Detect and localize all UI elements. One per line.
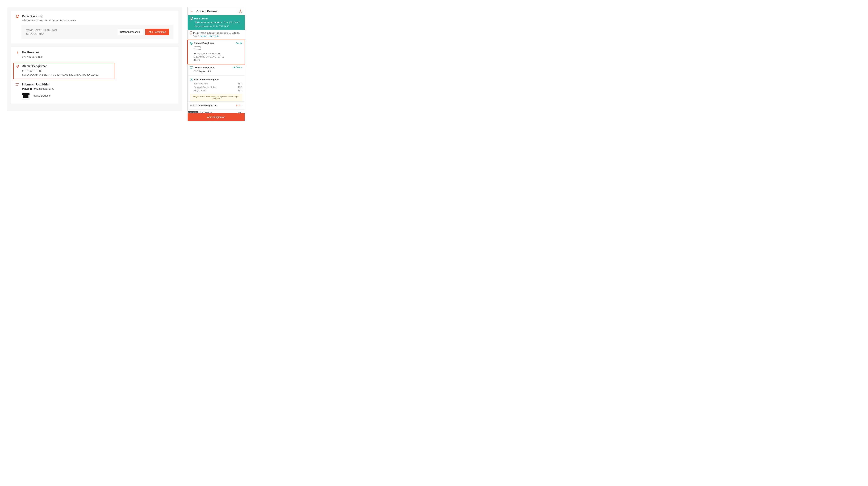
- shipping-address-highlight: Alamat Pengiriman s******d, ******55 KOT…: [13, 63, 115, 79]
- mobile-payment-info: $ Informasi Pembayaran Total PesananRp0S…: [188, 77, 245, 101]
- copy-address-button[interactable]: SALIN: [236, 42, 242, 44]
- payment-row: Biaya AdminRp0: [190, 89, 242, 92]
- shipping-fee-warning: Ongkir belum dikonfirmasi oleh jasa kiri…: [190, 94, 242, 101]
- payment-row-value: Rp0: [238, 86, 242, 88]
- mobile-shipping-status: Status Pengiriman LACAK > JNE Reguler LP…: [188, 64, 245, 75]
- shipping-address-recipient: s******d, ******55: [22, 69, 112, 73]
- mobile-address-highlight: Alamat Pengiriman SALIN s******d ******5…: [187, 40, 245, 64]
- package-label: Paket 1:: [22, 87, 32, 90]
- total-products-label: Total 1 products: [32, 94, 51, 98]
- mobile-arrange-shipment-button[interactable]: Atur Pengiriman: [188, 113, 245, 121]
- addr-line-phone: ******55: [194, 49, 242, 52]
- clipboard-icon: [190, 17, 193, 20]
- product-thumbnail: [22, 92, 30, 99]
- mobile-page-title: Rincian Pesanan: [196, 9, 237, 13]
- payment-row-value: Rp0: [238, 83, 242, 85]
- back-icon[interactable]: ←: [190, 9, 193, 13]
- courier-info-title: Informasi Jasa Kirim: [22, 83, 174, 86]
- truck-icon: [16, 83, 19, 86]
- shipping-courier-name: JNE Reguler LPS: [194, 70, 242, 73]
- addr-line-name: s******d: [194, 45, 242, 49]
- order-number-value: 220726F4P6J839: [22, 55, 174, 59]
- package-courier-name: JNE Reguler LPS: [33, 87, 54, 90]
- addr-line-region: CILANDAK, DKI JAKARTA, ID,: [194, 55, 242, 59]
- help-icon[interactable]: ?: [239, 9, 242, 13]
- next-action-box: YANG DAPAT DILAKUKAN SELANJUTNYA Batalka…: [22, 25, 174, 39]
- clipboard-icon: [16, 15, 19, 18]
- mobile-status-title: Perlu Dikirim: [194, 18, 208, 20]
- pin-icon: [16, 64, 20, 68]
- addr-line-city: KOTA JAKARTA SELATAN,: [194, 52, 242, 55]
- status-title: Perlu Dikirim: [22, 15, 39, 18]
- income-label: Lihat Rincian Penghasilan: [190, 104, 217, 107]
- react-native-badge: React Native: [188, 111, 198, 113]
- mobile-header: ← Rincian Pesanan ?: [188, 7, 245, 15]
- payment-row-label: Biaya Admin: [194, 89, 206, 92]
- shipping-address-full: KOTA JAKARTA SELATAN, CILANDAK, DKI JAKA…: [22, 73, 112, 77]
- help-icon[interactable]: ?: [40, 15, 43, 18]
- income-details-row[interactable]: Lihat Rincian Penghasilan Rp0 ›: [188, 101, 245, 110]
- payment-row: Total PesananRp0: [190, 82, 242, 86]
- truck-icon: [190, 66, 193, 68]
- learn-more-link[interactable]: Pelajari Lebih Lanjut: [200, 35, 219, 37]
- order-details-card: # No. Pesanan 220726F4P6J839 Alamat Peng…: [10, 47, 179, 104]
- tshirt-icon: [23, 93, 28, 98]
- mobile-status-banner: Perlu Dikirim Silakan atur pickup sebelu…: [188, 15, 245, 30]
- track-button[interactable]: LACAK >: [232, 66, 242, 69]
- income-value: Rp0: [236, 104, 241, 107]
- next-action-label: YANG DAPAT DILAKUKAN SELANJUTNYA: [26, 28, 57, 36]
- payment-row-label: Subtotal Ongkos Kirim: [194, 86, 215, 88]
- cancel-order-button[interactable]: Batalkan Pesanan: [117, 29, 143, 35]
- hash-icon: #: [17, 51, 19, 54]
- addr-line-postcode: 12410: [194, 59, 242, 62]
- mobile-address-title: Alamat Pengiriman: [194, 42, 235, 44]
- dollar-icon: $: [190, 78, 193, 81]
- payment-row-label: Total Pesanan: [194, 83, 208, 85]
- payment-row-value: Rp0: [238, 89, 242, 92]
- status-subtitle: Silakan atur pickup sebelum 27 Jul 2022 …: [22, 19, 174, 22]
- mobile-status-line1: Silakan atur pickup sebelum 27 Jul 2022 …: [195, 21, 242, 24]
- payment-row: Subtotal Ongkos KirimRp0: [190, 86, 242, 89]
- shipping-status-title: Status Pengiriman: [195, 66, 231, 69]
- order-number-title: No. Pesanan: [22, 51, 174, 54]
- chevron-right-icon: ›: [242, 104, 242, 107]
- shield-icon: [190, 32, 192, 34]
- product-row: Total 1 products: [22, 92, 174, 99]
- arrange-shipment-button[interactable]: Atur Pengiriman: [145, 29, 169, 35]
- mobile-status-line2: Waktu pembayaran: 26 Jul 2022 14:47: [195, 25, 242, 28]
- status-card: Perlu Dikirim ? Silakan atur pickup sebe…: [10, 10, 179, 43]
- mobile-order-panel: ← Rincian Pesanan ? Perlu Dikirim Silaka…: [187, 7, 245, 121]
- pin-icon: [190, 41, 193, 45]
- desktop-order-panel: Perlu Dikirim ? Silakan atur pickup sebe…: [7, 7, 182, 111]
- mobile-deadline-notice: Produk harus sudah dikirim sebelum 27 Ju…: [188, 30, 245, 40]
- shipping-address-title: Alamat Pengiriman: [22, 65, 112, 68]
- payment-info-title: Informasi Pembayaran: [194, 78, 242, 81]
